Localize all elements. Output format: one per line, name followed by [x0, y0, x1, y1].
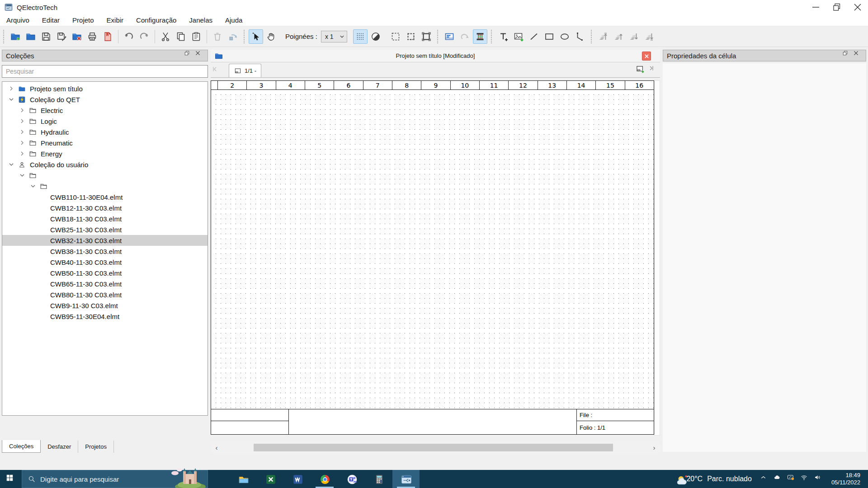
toolbar-handle[interactable] — [591, 30, 593, 43]
tab-projetos[interactable]: Projetos — [78, 441, 114, 453]
scroll-left-arrow[interactable]: ‹ — [211, 441, 222, 454]
chevron-right-icon[interactable] — [8, 85, 15, 92]
close-panel-button[interactable] — [853, 52, 862, 60]
taskbar-clock[interactable]: 18:49 05/11/2022 — [831, 472, 860, 486]
print-button[interactable] — [85, 29, 99, 44]
tree-item-element[interactable]: CWB25-11-30 C03.elmt — [2, 224, 208, 235]
diagram-canvas[interactable] — [211, 90, 654, 409]
add-ellipse-button[interactable] — [557, 29, 572, 44]
taskbar-excel[interactable] — [257, 470, 284, 488]
last-folio-button[interactable] — [647, 64, 659, 76]
redo-button[interactable] — [137, 29, 151, 44]
chevron-down-icon[interactable] — [19, 172, 26, 179]
poignees-dropdown[interactable]: x 1 — [321, 31, 347, 42]
chevron-right-icon[interactable] — [19, 117, 26, 125]
chevron-down-icon[interactable] — [8, 96, 15, 103]
tray-chevron-button[interactable] — [758, 470, 772, 488]
selection-mode-button[interactable] — [249, 29, 263, 44]
toolbar-handle[interactable] — [244, 30, 246, 43]
start-button[interactable] — [0, 470, 22, 488]
tree-item-logic[interactable]: Logic — [2, 116, 208, 127]
tree-item-element-selected[interactable]: CWB32-11-30 C03.elmt — [2, 235, 208, 246]
add-text-button[interactable] — [496, 29, 510, 44]
new-project-button[interactable] — [8, 29, 23, 44]
cut-button[interactable] — [158, 29, 173, 44]
send-to-back-button[interactable] — [642, 29, 656, 44]
export-pdf-button[interactable] — [100, 29, 115, 44]
tray-wifi[interactable] — [799, 470, 812, 488]
menu-projeto[interactable]: Projeto — [66, 14, 100, 26]
tree-item-pneumatic[interactable]: Pneumatic — [2, 137, 208, 148]
toolbar-handle[interactable] — [437, 30, 439, 43]
close-file-button[interactable] — [70, 29, 84, 44]
grid-toggle-button[interactable] — [353, 29, 368, 44]
taskbar-qelectrotech[interactable] — [392, 470, 420, 488]
lower-button[interactable] — [627, 29, 641, 44]
taskbar-calculator[interactable] — [365, 470, 392, 488]
float-panel-button[interactable] — [842, 52, 851, 60]
scroll-right-arrow[interactable]: › — [648, 441, 660, 454]
tree-item-colecao-qet[interactable]: Coleção do QET — [2, 94, 208, 105]
menu-configuracao[interactable]: Configuração — [130, 14, 183, 26]
save-button[interactable] — [39, 29, 53, 44]
tree-item-element[interactable]: CWB9-11-30 C03.elmt — [2, 300, 208, 311]
search-input[interactable] — [2, 65, 208, 78]
tree-item-hydraulic[interactable]: Hydraulic — [2, 127, 208, 137]
taskbar-teams[interactable] — [338, 470, 365, 488]
minimize-button[interactable] — [806, 0, 826, 14]
add-polyline-button[interactable] — [573, 29, 587, 44]
first-folio-button[interactable] — [211, 65, 222, 77]
fold-button[interactable] — [458, 29, 472, 44]
tree-item-electric[interactable]: Electric — [2, 105, 208, 116]
project-tab[interactable]: Projeto sem título [Modificado] — [211, 50, 660, 62]
menu-editar[interactable]: Editar — [36, 14, 66, 26]
copy-button[interactable] — [174, 29, 188, 44]
tree-item-colecao-usuario[interactable]: Coleção do usuário — [2, 159, 208, 170]
paste-button[interactable] — [189, 29, 203, 44]
add-rect-button[interactable] — [542, 29, 557, 44]
frame-button[interactable] — [419, 29, 434, 44]
tray-volume[interactable] — [812, 470, 826, 488]
tree-item-element[interactable]: CWB18-11-30 C03.elmt — [2, 213, 208, 224]
tree-item-projeto[interactable]: Projeto sem título — [2, 83, 208, 94]
chevron-right-icon[interactable] — [19, 107, 26, 114]
menu-ajuda[interactable]: Ajuda — [219, 14, 249, 26]
chevron-right-icon[interactable] — [19, 139, 26, 146]
float-panel-button[interactable] — [184, 52, 193, 60]
tab-colecoes[interactable]: Coleções — [2, 440, 41, 453]
save-as-button[interactable] — [54, 29, 69, 44]
titleblock-editor-button[interactable] — [442, 29, 457, 44]
restore-button[interactable] — [826, 0, 847, 14]
tray-screenshare[interactable] — [785, 470, 799, 488]
close-project-button[interactable] — [642, 52, 651, 61]
menu-exibir[interactable]: Exibir — [100, 14, 130, 26]
tree-item-element[interactable]: CWB12-11-30 C03.elmt — [2, 202, 208, 213]
delete-button[interactable] — [210, 29, 225, 44]
pan-mode-button[interactable] — [264, 29, 278, 44]
horizontal-scrollbar[interactable]: ‹ › — [211, 441, 660, 454]
menu-janelas[interactable]: Janelas — [183, 14, 219, 26]
close-panel-button[interactable] — [195, 52, 204, 60]
bring-to-front-button[interactable] — [596, 29, 610, 44]
tab-desfazer[interactable]: Desfazer — [41, 441, 78, 453]
tree-item-energy[interactable]: Energy — [2, 148, 208, 159]
taskbar-explorer[interactable] — [230, 470, 257, 488]
add-folio-button[interactable] — [635, 64, 647, 76]
tree-item-element[interactable]: CWB50-11-30 C03.elmt — [2, 267, 208, 278]
folio-tab[interactable]: 1/1 - — [229, 64, 261, 77]
tree-item-folder[interactable] — [2, 170, 208, 181]
tree-item-element[interactable]: CWB110-11-30E04.elmt — [2, 192, 208, 202]
raise-button[interactable] — [611, 29, 626, 44]
taskbar-chrome[interactable] — [311, 470, 338, 488]
toolbar-handle[interactable] — [3, 30, 5, 43]
open-project-button[interactable] — [24, 29, 38, 44]
taskbar-word[interactable] — [284, 470, 311, 488]
tree-item-element[interactable]: CWB80-11-30 C03.elmt — [2, 289, 208, 300]
tree-item-element[interactable]: CWB65-11-30 C03.elmt — [2, 278, 208, 289]
chevron-right-icon[interactable] — [19, 128, 26, 136]
select-all-button[interactable] — [404, 29, 418, 44]
menu-arquivo[interactable]: Arquivo — [0, 14, 36, 26]
rotate-selection-button[interactable] — [226, 29, 240, 44]
terminal-strip-button[interactable] — [473, 29, 487, 44]
close-button[interactable] — [847, 0, 868, 14]
